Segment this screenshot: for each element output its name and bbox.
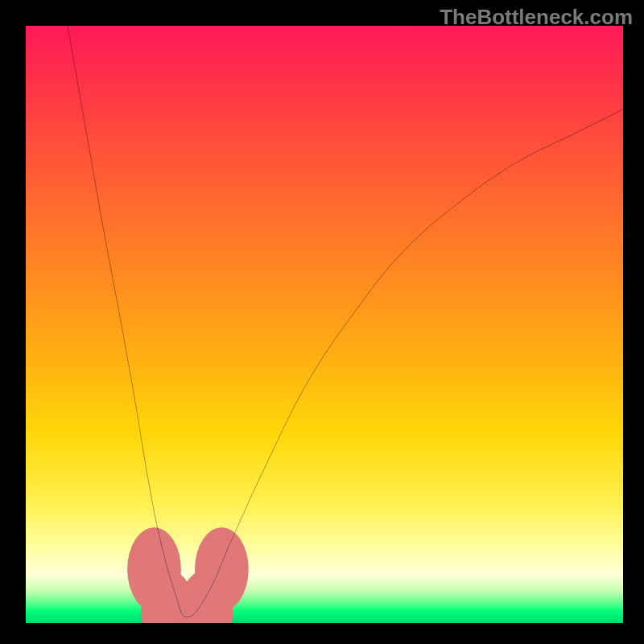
marker-right-upper — [195, 527, 249, 611]
markers-group — [127, 527, 249, 623]
chart-frame: TheBottleneck.com — [0, 0, 644, 644]
chart-svg — [26, 26, 623, 623]
plot-area — [26, 26, 623, 623]
